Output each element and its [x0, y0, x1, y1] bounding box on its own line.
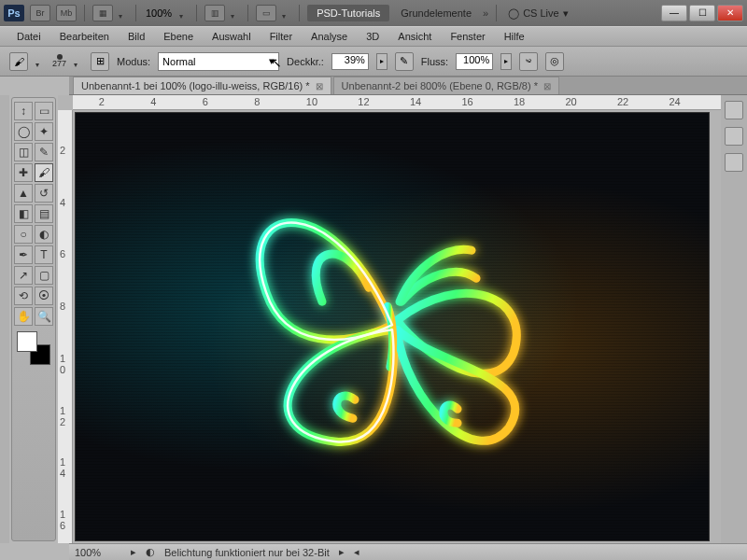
status-zoom[interactable]: 100% — [75, 547, 121, 558]
tool-lasso[interactable]: ◯ — [14, 122, 33, 141]
ruler-horizontal[interactable]: 2 4 6 8 10 12 14 16 18 20 22 24 — [73, 95, 721, 110]
workspace-option[interactable]: Grundelemente — [395, 5, 477, 21]
document-tab-2[interactable]: Unbenannt-2 bei 800% (Ebene 0, RGB/8) * … — [333, 77, 559, 94]
tool-crop[interactable]: ◫ — [14, 143, 33, 161]
tool-history[interactable]: ↺ — [35, 184, 53, 203]
dropdown-arrow-icon[interactable] — [119, 9, 128, 17]
bridge-button[interactable]: Br — [30, 5, 50, 21]
tool-type[interactable]: T — [35, 245, 53, 264]
opacity-slider-arrow[interactable]: ▸ — [376, 53, 388, 70]
menu-analyse[interactable]: Analyse — [302, 28, 357, 45]
menu-3d[interactable]: 3D — [357, 28, 388, 45]
arrange-docs-button[interactable]: ▥ — [204, 5, 225, 21]
workspace: ↕ ▭ ◯ ✦ ◫ ✎ ✚ 🖌 ▲ ↺ ◧ ▤ ○ ◐ ✒ T ↗ ▢ ⟲ ⦿ … — [0, 95, 747, 543]
tablet-pressure-opacity-icon[interactable]: ✎ — [395, 52, 414, 71]
separator — [196, 5, 197, 21]
tool-gradient[interactable]: ▤ — [35, 204, 53, 223]
ruler-tick: 24 — [669, 96, 680, 107]
menubar: Datei Bearbeiten Bild Ebene Auswahl Filt… — [0, 26, 747, 47]
panel-icon-styles[interactable] — [725, 153, 743, 172]
ruler-tick: 10 — [306, 96, 317, 107]
status-arrow-icon[interactable]: ▸ — [339, 546, 345, 558]
ruler-tick: 1 6 — [60, 509, 72, 531]
brush-panel-button[interactable]: ⊞ — [91, 52, 109, 71]
tab-close-icon[interactable]: ⊠ — [316, 81, 323, 91]
menu-ebene[interactable]: Ebene — [154, 28, 203, 45]
view-extras-button[interactable]: ▦ — [92, 5, 113, 21]
separator — [135, 5, 136, 21]
document-tabs: Unbenannt-1 bei 100% (logo-illu-weiss, R… — [69, 77, 747, 95]
tool-eyedropper[interactable]: ✎ — [35, 143, 53, 161]
tool-3drotate[interactable]: ⟲ — [14, 287, 33, 305]
tool-eraser[interactable]: ◧ — [14, 204, 33, 223]
dropdown-arrow-icon[interactable] — [231, 9, 240, 17]
tool-wand[interactable]: ✦ — [35, 122, 53, 141]
status-arrow-icon[interactable]: ▸ — [131, 546, 136, 558]
tool-3dcam[interactable]: ⦿ — [35, 287, 53, 305]
menu-hilfe[interactable]: Hilfe — [495, 28, 534, 45]
brush-tool-icon[interactable]: 🖌 — [9, 52, 28, 71]
status-message: Belichtung funktioniert nur bei 32-Bit — [164, 547, 330, 558]
dropdown-arrow-icon: ▾ — [269, 55, 275, 67]
brush-picker-dd[interactable] — [74, 58, 83, 65]
screenmode-button[interactable]: ▭ — [256, 5, 276, 21]
status-doc-icon: ◐ — [146, 546, 155, 558]
scroll-left-icon[interactable]: ◂ — [354, 546, 359, 558]
tool-marquee[interactable]: ▭ — [35, 102, 53, 120]
tool-stamp[interactable]: ▲ — [14, 184, 33, 203]
tab-close-icon[interactable]: ⊠ — [543, 81, 551, 91]
minibridge-button[interactable]: Mb — [56, 5, 77, 21]
right-dock — [721, 95, 747, 543]
separator — [299, 5, 300, 21]
menu-datei[interactable]: Datei — [7, 28, 50, 45]
tool-path[interactable]: ↗ — [14, 266, 33, 285]
menu-fenster[interactable]: Fenster — [441, 28, 494, 45]
canvas[interactable] — [75, 112, 710, 541]
airbrush-icon[interactable]: ༄ — [519, 52, 538, 71]
separator — [247, 5, 248, 21]
dropdown-arrow-icon[interactable] — [179, 9, 189, 17]
ruler-vertical[interactable]: 2 4 6 8 1 0 1 2 1 4 1 6 — [58, 110, 73, 543]
color-swatch[interactable] — [17, 331, 50, 365]
tool-blur[interactable]: ○ — [14, 225, 33, 244]
ruler-tick: 2 — [60, 145, 65, 156]
flow-input[interactable]: 100% — [456, 53, 493, 70]
window-maximize-button[interactable]: ☐ — [689, 5, 715, 21]
window-close-button[interactable]: ✕ — [717, 5, 743, 21]
document-tab-1[interactable]: Unbenannt-1 bei 100% (logo-illu-weiss, R… — [73, 77, 331, 94]
panel-icon-color[interactable] — [725, 101, 743, 119]
tool-heal[interactable]: ✚ — [14, 163, 33, 182]
tablet-pressure-size-icon[interactable]: ◎ — [545, 52, 564, 71]
menu-bild[interactable]: Bild — [119, 28, 154, 45]
tool-hand[interactable]: ✋ — [14, 307, 33, 326]
tool-shape[interactable]: ▢ — [35, 266, 53, 285]
opacity-input[interactable]: 39% — [331, 53, 369, 70]
toolbox: ↕ ▭ ◯ ✦ ◫ ✎ ✚ 🖌 ▲ ↺ ◧ ▤ ○ ◐ ✒ T ↗ ▢ ⟲ ⦿ … — [11, 97, 56, 541]
ruler-tick: 1 0 — [60, 353, 72, 375]
tool-brush[interactable]: 🖌 — [35, 163, 53, 182]
tab-label: Unbenannt-2 bei 800% (Ebene 0, RGB/8) * — [342, 80, 538, 91]
tool-move[interactable]: ↕ — [14, 102, 33, 120]
flow-label: Fluss: — [421, 56, 448, 67]
tool-pen[interactable]: ✒ — [14, 245, 33, 264]
menu-ansicht[interactable]: Ansicht — [388, 28, 441, 45]
dropdown-arrow-icon[interactable] — [282, 9, 291, 17]
tool-zoom[interactable]: 🔍 — [35, 307, 53, 326]
menu-filter[interactable]: Filter — [261, 28, 302, 45]
flow-slider-arrow[interactable]: ▸ — [500, 53, 512, 70]
menu-auswahl[interactable]: Auswahl — [203, 28, 261, 45]
left-gutter — [0, 95, 9, 543]
foreground-color-swatch[interactable] — [17, 331, 37, 352]
ruler-tick: 6 — [60, 248, 65, 259]
tool-preset-dd[interactable] — [35, 58, 45, 65]
mode-select[interactable]: Normal ▾ ↖ — [158, 52, 279, 71]
panel-icon-swatches[interactable] — [725, 127, 743, 146]
chevron-right-icon[interactable]: » — [483, 7, 488, 19]
workspace-switcher[interactable]: PSD-Tutorials — [307, 5, 389, 21]
tool-dodge[interactable]: ◐ — [35, 225, 53, 244]
menu-bearbeiten[interactable]: Bearbeiten — [50, 28, 119, 45]
brush-preview[interactable]: 277 — [52, 54, 66, 68]
cslive-button[interactable]: ◯ CS Live ▾ — [504, 7, 572, 20]
zoom-level[interactable]: 100% — [144, 7, 174, 19]
window-minimize-button[interactable]: — — [661, 5, 687, 21]
